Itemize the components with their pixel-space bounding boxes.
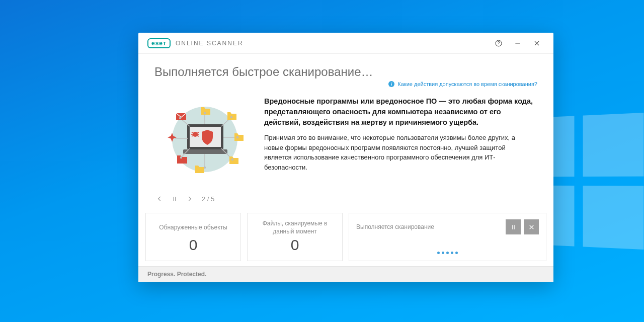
carousel-next-button[interactable] — [185, 193, 195, 205]
app-window: eseт ONLINE SCANNER Выполняется быстрое … — [138, 33, 553, 282]
svg-point-1 — [499, 44, 499, 45]
scan-status-label: Выполняется сканирование — [356, 223, 503, 230]
chevron-left-icon — [156, 195, 163, 202]
help-button[interactable] — [489, 35, 508, 52]
svg-point-22 — [231, 158, 233, 160]
close-button[interactable] — [527, 35, 546, 52]
slide-body: Принимая это во внимание, что некоторые … — [264, 133, 533, 172]
info-icon: i — [388, 81, 394, 87]
svg-point-23 — [236, 136, 238, 138]
chevron-right-icon — [186, 195, 193, 202]
slide-headline: Вредоносные программы или вредоносное ПО… — [264, 96, 533, 128]
allowed-actions-link-text: Какие действия допускаются во время скан… — [397, 81, 537, 87]
svg-point-9 — [193, 132, 198, 137]
svg-rect-8 — [183, 149, 227, 154]
svg-point-19 — [179, 117, 181, 119]
minimize-button[interactable] — [508, 35, 527, 52]
carousel-controls: 2 / 5 — [138, 188, 553, 213]
scan-progress-indicator — [356, 252, 539, 255]
footer-tagline: Progress. Protected. — [138, 266, 553, 282]
brand-logo: eseт — [147, 38, 171, 48]
carousel-pause-button[interactable] — [170, 193, 180, 205]
brand-block: eseт ONLINE SCANNER — [147, 38, 244, 48]
detected-value: 0 — [152, 236, 234, 254]
scanning-files-value: 0 — [254, 236, 336, 254]
slide-content: Вредоносные программы или вредоносное ПО… — [138, 90, 553, 188]
scanning-files-card: Файлы, сканируемые в данный момент 0 — [247, 213, 343, 261]
titlebar: eseт ONLINE SCANNER — [138, 33, 553, 54]
carousel-prev-button[interactable] — [154, 193, 165, 205]
detected-label: Обнаруженные объекты — [152, 219, 234, 235]
allowed-actions-link[interactable]: i Какие действия допускаются во время ск… — [388, 81, 537, 87]
scan-progress-card: Выполняется сканирование — [349, 213, 546, 261]
scan-stop-button[interactable] — [524, 219, 539, 234]
svg-point-18 — [204, 112, 206, 114]
svg-point-24 — [230, 116, 232, 118]
svg-point-20 — [180, 156, 182, 158]
scanning-files-label: Файлы, сканируемые в данный момент — [254, 219, 336, 235]
scan-pause-button[interactable] — [506, 219, 521, 234]
svg-point-21 — [204, 167, 206, 169]
app-title: ONLINE SCANNER — [176, 40, 244, 47]
close-icon — [533, 39, 541, 47]
carousel-page-indicator: 2 / 5 — [202, 195, 214, 203]
malware-illustration — [157, 98, 253, 184]
help-icon — [495, 39, 503, 47]
detected-card: Обнаруженные объекты 0 — [145, 213, 241, 261]
close-icon — [528, 224, 535, 230]
pause-icon — [510, 224, 517, 230]
minimize-icon — [514, 39, 522, 47]
pause-icon — [171, 195, 178, 202]
stats-row: Обнаруженные объекты 0 Файлы, сканируемы… — [138, 213, 553, 266]
page-title: Выполняется быстрое сканирование… — [154, 65, 537, 79]
